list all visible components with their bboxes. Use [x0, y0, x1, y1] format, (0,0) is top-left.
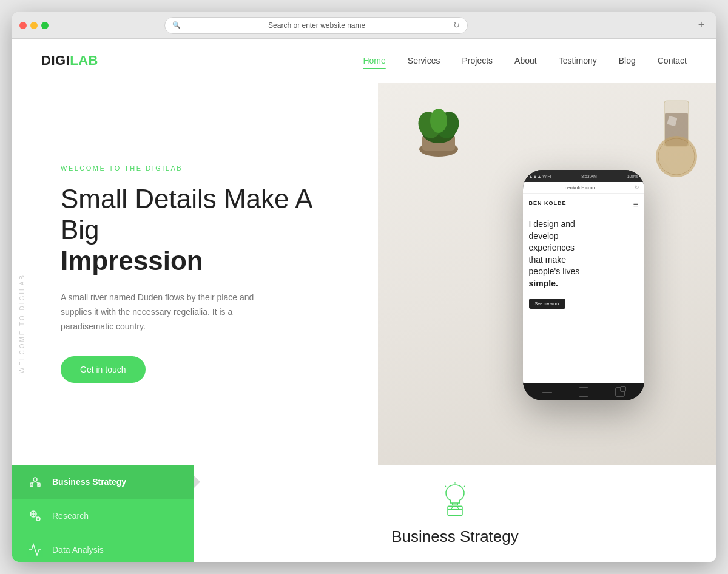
svg-line-29 [445, 485, 447, 487]
service-item-data-analysis[interactable]: Data Analysis [12, 533, 194, 562]
close-button[interactable] [19, 22, 27, 29]
phone-time: 8:53 AM [581, 174, 597, 178]
service-label-data-analysis: Data Analysis [52, 545, 104, 555]
service-item-research[interactable]: Research [12, 499, 194, 533]
website-content: DIGILAB Home Services Projects About Tes… [12, 39, 716, 562]
data-analysis-icon [27, 541, 44, 558]
phone-site-name: BEN KOLDE [529, 200, 567, 206]
phone-status-bar: ▲▲▲ WiFi 8:53 AM 100% [523, 170, 644, 182]
nav-link-testimony[interactable]: Testimony [559, 56, 597, 66]
browser-window-controls [19, 22, 49, 29]
cta-button[interactable]: Get in touch [61, 356, 146, 383]
plant-svg [411, 98, 466, 158]
svg-point-18 [33, 478, 37, 481]
nav-links: Home Services Projects About Testimony B… [363, 55, 687, 66]
nav-link-contact[interactable]: Contact [658, 56, 687, 66]
address-bar[interactable]: 🔍 Search or enter website name ↻ [164, 17, 468, 34]
nav-link-services[interactable]: Services [408, 56, 440, 66]
hero-title: Small Details Make A Big Impression [61, 184, 349, 276]
services-main-icon [437, 481, 473, 520]
services-active-title: Business Strategy [391, 527, 519, 546]
hero-description: A small river named Duden flows by their… [61, 291, 279, 334]
nav-link-home[interactable]: Home [363, 56, 385, 66]
phone-signal: ▲▲▲ WiFi [529, 174, 551, 178]
service-label-business-strategy: Business Strategy [52, 477, 126, 487]
address-text: Search or enter website name [184, 21, 450, 30]
phone-menu-icon: ≡ [633, 200, 638, 209]
nav-link-about[interactable]: About [514, 56, 537, 66]
phone-back [542, 392, 552, 393]
services-sidebar: Business Strategy Research [12, 465, 194, 562]
svg-rect-32 [448, 506, 462, 515]
reload-icon[interactable]: ↻ [453, 21, 460, 30]
service-item-business-strategy[interactable]: Business Strategy [12, 465, 194, 499]
business-strategy-icon [27, 473, 44, 490]
plant-decoration [411, 98, 466, 161]
navigation: DIGILAB Home Services Projects About Tes… [12, 39, 716, 83]
phone-bottom-bar [523, 383, 644, 400]
nav-link-projects[interactable]: Projects [462, 56, 493, 66]
phone-body-text: I design and develop experiences that ma… [529, 218, 638, 290]
research-icon [27, 507, 44, 524]
glass-decoration [658, 95, 695, 164]
lightbulb-box-svg [437, 481, 473, 518]
phone-divider [529, 212, 638, 212]
hero-title-line2: Impression [61, 246, 349, 277]
research-svg [28, 508, 42, 523]
services-content: Business Strategy [194, 465, 716, 562]
service-label-research: Research [52, 511, 89, 521]
new-tab-button[interactable]: + [694, 18, 709, 33]
phone-mockup: ▲▲▲ WiFi 8:53 AM 100% benkolde.com ↻ BEN… [523, 170, 644, 400]
strategy-svg [28, 474, 42, 489]
hero-content: WELCOME TO THE DIGILAB Small Details Mak… [12, 83, 378, 465]
logo-digi: DIGI [41, 53, 70, 68]
nav-link-blog[interactable]: Blog [619, 56, 636, 66]
phone-home [579, 387, 588, 397]
phone-content: BEN KOLDE ≡ I design and develop experie… [523, 194, 644, 383]
phone-apps [615, 387, 625, 397]
minimize-button[interactable] [30, 22, 38, 29]
phone-battery: 100% [627, 174, 638, 178]
svg-line-28 [464, 485, 465, 487]
search-icon: 🔍 [172, 21, 181, 29]
phone-bold-text: simple. [529, 279, 558, 288]
browser-toolbar: 🔍 Search or enter website name ↻ + [12, 12, 716, 39]
phone-reload: ↻ [635, 184, 639, 191]
hero-image: ▲▲▲ WiFi 8:53 AM 100% benkolde.com ↻ BEN… [378, 83, 716, 465]
hero-section: WELCOME TO DIGILAB WELCOME TO THE DIGILA… [12, 83, 716, 465]
hero-title-line1: Small Details Make A Big [61, 184, 311, 245]
maximize-button[interactable] [41, 22, 49, 29]
phone-cta-button: See my work [529, 299, 565, 309]
phone-browser-bar: benkolde.com ↻ [523, 182, 644, 194]
services-section: Business Strategy Research [12, 465, 716, 562]
hero-tag: WELCOME TO THE DIGILAB [61, 164, 349, 172]
svg-point-5 [430, 109, 447, 133]
logo-lab: LAB [70, 53, 98, 68]
logo: DIGILAB [41, 53, 98, 69]
analysis-svg [28, 542, 42, 557]
phone-url: benkolde.com [528, 185, 632, 191]
browser-window: 🔍 Search or enter website name ↻ + DIGIL… [12, 12, 716, 562]
